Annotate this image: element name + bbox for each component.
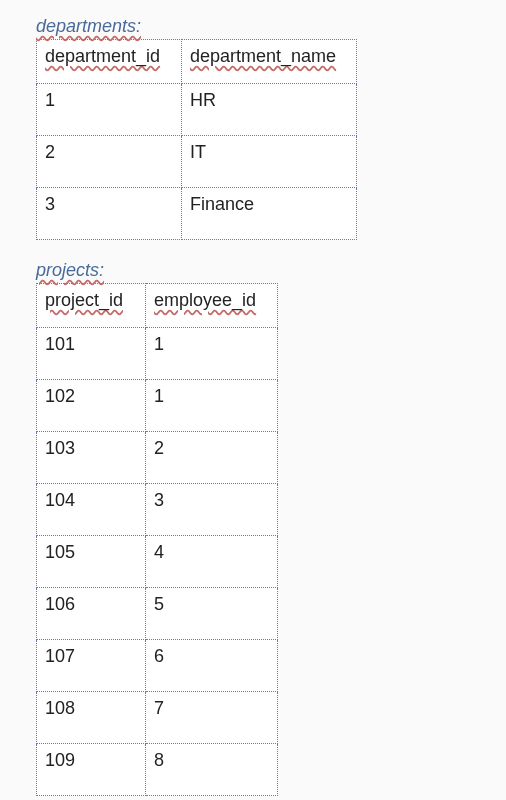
table-row: 107 6 bbox=[37, 640, 278, 692]
cell: 1 bbox=[146, 328, 278, 380]
col-department-id: department_id bbox=[37, 40, 182, 84]
cell: 107 bbox=[37, 640, 146, 692]
table-row: 109 8 bbox=[37, 744, 278, 796]
table-row: 105 4 bbox=[37, 536, 278, 588]
cell: 109 bbox=[37, 744, 146, 796]
cell: HR bbox=[182, 84, 357, 136]
cell: 101 bbox=[37, 328, 146, 380]
table-row: 2 IT bbox=[37, 136, 357, 188]
cell: 2 bbox=[37, 136, 182, 188]
cell: 3 bbox=[37, 188, 182, 240]
cell: 4 bbox=[146, 536, 278, 588]
projects-table: project_id employee_id 101 1 102 1 103 2… bbox=[36, 283, 278, 796]
cell: 5 bbox=[146, 588, 278, 640]
cell: 108 bbox=[37, 692, 146, 744]
table-row: 102 1 bbox=[37, 380, 278, 432]
cell: 106 bbox=[37, 588, 146, 640]
table-row: 103 2 bbox=[37, 432, 278, 484]
col-department-name: department_name bbox=[182, 40, 357, 84]
cell: 105 bbox=[37, 536, 146, 588]
cell: 8 bbox=[146, 744, 278, 796]
cell: 1 bbox=[146, 380, 278, 432]
table-header-row: department_id department_name bbox=[37, 40, 357, 84]
table-header-row: project_id employee_id bbox=[37, 284, 278, 328]
cell: 7 bbox=[146, 692, 278, 744]
cell: 3 bbox=[146, 484, 278, 536]
cell: 102 bbox=[37, 380, 146, 432]
col-employee-id: employee_id bbox=[146, 284, 278, 328]
cell: IT bbox=[182, 136, 357, 188]
table-row: 108 7 bbox=[37, 692, 278, 744]
table-row: 3 Finance bbox=[37, 188, 357, 240]
table-row: 1 HR bbox=[37, 84, 357, 136]
cell: 103 bbox=[37, 432, 146, 484]
cell: 104 bbox=[37, 484, 146, 536]
table-row: 104 3 bbox=[37, 484, 278, 536]
col-project-id: project_id bbox=[37, 284, 146, 328]
departments-caption: departments: bbox=[36, 16, 494, 37]
projects-caption: projects: bbox=[36, 260, 494, 281]
table-row: 106 5 bbox=[37, 588, 278, 640]
departments-table: department_id department_name 1 HR 2 IT … bbox=[36, 39, 357, 240]
cell: 1 bbox=[37, 84, 182, 136]
cell: 6 bbox=[146, 640, 278, 692]
cell: Finance bbox=[182, 188, 357, 240]
cell: 2 bbox=[146, 432, 278, 484]
table-row: 101 1 bbox=[37, 328, 278, 380]
